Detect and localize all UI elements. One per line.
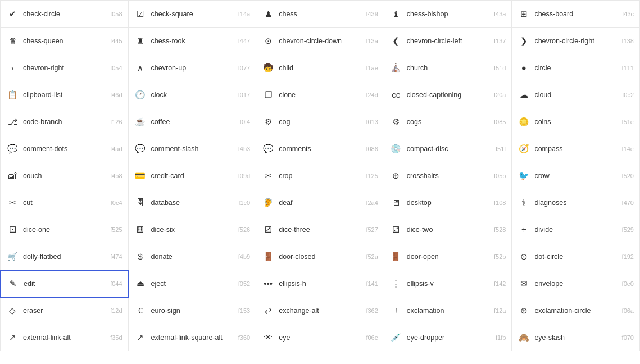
icon-label: chess-bishop xyxy=(407,10,489,18)
icon-cell-comment-slash[interactable]: 💬comment-slashf4b3 xyxy=(129,135,257,162)
euro-sign-icon: € xyxy=(134,306,147,315)
icon-cell-dice-two[interactable]: ⚁dice-twof528 xyxy=(384,216,512,243)
icon-cell-coins[interactable]: 🪙coinsf51e xyxy=(512,108,640,135)
icon-cell-credit-card[interactable]: 💳credit-cardf09d xyxy=(129,162,257,189)
icon-cell-chess-board[interactable]: ⊞chess-boardf43c xyxy=(512,1,640,28)
icon-cell-dice-one[interactable]: ⚀dice-onef525 xyxy=(1,216,129,243)
icon-cell-coffee[interactable]: ☕coffeef0f4 xyxy=(129,108,257,135)
icon-code: f013 xyxy=(366,119,378,125)
icon-cell-edit[interactable]: ✎editf044 xyxy=(0,270,129,298)
icon-cell-dot-circle[interactable]: ⊙dot-circlef192 xyxy=(512,243,640,270)
icon-cell-chess-queen[interactable]: ♛chess-queenf445 xyxy=(1,28,129,54)
icon-cell-chevron-up[interactable]: ∧chevron-upf077 xyxy=(129,54,257,81)
icon-cell-external-link-square-alt[interactable]: ↗external-link-square-altf360 xyxy=(129,324,257,351)
icon-code: f141 xyxy=(366,280,378,287)
comments-icon: 💬 xyxy=(262,144,274,154)
icon-cell-check-circle[interactable]: ✔check-circlef058 xyxy=(1,1,129,28)
icon-cell-chevron-circle-down[interactable]: ⊙chevron-circle-downf13a xyxy=(256,28,384,54)
comment-dots-icon: 💬 xyxy=(6,144,19,154)
icon-cell-door-closed[interactable]: 🚪door-closedf52a xyxy=(256,243,384,270)
icon-code: f51e xyxy=(622,119,634,125)
icon-cell-chevron-circle-left[interactable]: ❮chevron-circle-leftf137 xyxy=(384,28,512,54)
dice-two-icon: ⚁ xyxy=(390,225,402,235)
ellipsis-h-icon: ••• xyxy=(262,279,274,288)
icon-code: f017 xyxy=(238,92,250,98)
icon-cell-crow[interactable]: 🐦crowf520 xyxy=(512,162,640,189)
icon-cell-couch[interactable]: 🛋couchf4b8 xyxy=(1,162,129,189)
icon-cell-eject[interactable]: ⏏ejectf052 xyxy=(129,270,257,297)
icon-cell-chess-rook[interactable]: ♜chess-rookf447 xyxy=(129,28,257,54)
icon-cell-crop[interactable]: ✂cropf125 xyxy=(256,162,384,189)
icon-cell-exclamation[interactable]: !exclamationf12a xyxy=(384,297,512,324)
icon-cell-exchange-alt[interactable]: ⇄exchange-altf362 xyxy=(256,297,384,324)
icon-label: envelope xyxy=(534,280,617,288)
icon-cell-chevron-circle-right[interactable]: ❯chevron-circle-rightf138 xyxy=(512,28,640,54)
icon-code: f51f xyxy=(496,145,506,152)
icon-code: f126 xyxy=(110,119,122,125)
icon-cell-dice-three[interactable]: ⚂dice-threef527 xyxy=(256,216,384,243)
icon-cell-dice-six[interactable]: ⚅dice-sixf526 xyxy=(129,216,257,243)
icon-cell-database[interactable]: 🗄databasef1c0 xyxy=(129,189,257,216)
icon-cell-divide[interactable]: ÷dividef529 xyxy=(512,216,640,243)
icon-cell-closed-captioning[interactable]: ccclosed-captioningf20a xyxy=(384,81,512,108)
dice-three-icon: ⚂ xyxy=(262,225,274,235)
icon-cell-diagnoses[interactable]: ⚕diagnosesf470 xyxy=(512,189,640,216)
compass-icon: 🧭 xyxy=(518,144,530,154)
icon-code: f528 xyxy=(494,226,506,233)
icon-code: f4b9 xyxy=(238,253,250,260)
icon-cell-clock[interactable]: 🕐clockf017 xyxy=(129,81,257,108)
icon-cell-comment-dots[interactable]: 💬comment-dotsf4ad xyxy=(1,135,129,162)
icon-cell-desktop[interactable]: 🖥desktopf108 xyxy=(384,189,512,216)
edit-icon: ✎ xyxy=(7,279,19,289)
icon-cell-donate[interactable]: $donatef4b9 xyxy=(129,243,257,270)
icon-cell-church[interactable]: ⛪churchf51d xyxy=(384,54,512,81)
icon-cell-cogs[interactable]: ⚙cogsf085 xyxy=(384,108,512,135)
icon-cell-circle[interactable]: ●circlef111 xyxy=(512,54,640,81)
icon-cell-code-branch[interactable]: ⎇code-branchf126 xyxy=(1,108,129,135)
eye-icon: 👁 xyxy=(262,333,274,342)
icon-cell-chess-bishop[interactable]: ♝chess-bishopf43a xyxy=(384,1,512,28)
icon-code: f077 xyxy=(238,65,250,71)
icon-cell-eye-slash[interactable]: 🙈eye-slashf070 xyxy=(512,324,640,351)
icon-cell-compass[interactable]: 🧭compassf14e xyxy=(512,135,640,162)
icon-cell-eye[interactable]: 👁eyef06e xyxy=(256,324,384,351)
icon-code: f192 xyxy=(622,253,634,260)
icon-cell-child[interactable]: 🧒childf1ae xyxy=(256,54,384,81)
eye-slash-icon: 🙈 xyxy=(518,333,530,343)
icon-cell-cog[interactable]: ⚙cogf013 xyxy=(256,108,384,135)
icon-label: clipboard-list xyxy=(23,91,106,99)
envelope-icon: ✉ xyxy=(518,279,530,289)
icon-cell-clone[interactable]: ❐clonef24d xyxy=(256,81,384,108)
eject-icon: ⏏ xyxy=(134,279,147,289)
dice-six-icon: ⚅ xyxy=(134,225,147,235)
icon-cell-external-link-alt[interactable]: ↗external-link-altf35d xyxy=(1,324,129,351)
icon-cell-exclamation-circle[interactable]: ⊕exclamation-circlef06a xyxy=(512,297,640,324)
icon-label: chess-rook xyxy=(151,37,234,45)
icon-code: f14e xyxy=(622,145,634,152)
icon-code: f052 xyxy=(238,280,250,287)
icon-cell-eraser[interactable]: ◇eraserf12d xyxy=(1,297,129,324)
icon-cell-dolly-flatbed[interactable]: 🛒dolly-flatbedf474 xyxy=(1,243,129,270)
icon-label: cut xyxy=(23,199,106,207)
icon-label: circle xyxy=(534,64,617,72)
icon-cell-door-open[interactable]: 🚪door-openf52b xyxy=(384,243,512,270)
icon-cell-euro-sign[interactable]: €euro-signf153 xyxy=(129,297,257,324)
icon-cell-compact-disc[interactable]: 💿compact-discf51f xyxy=(384,135,512,162)
icon-cell-comments[interactable]: 💬commentsf086 xyxy=(256,135,384,162)
icon-label: check-square xyxy=(151,10,234,18)
icon-code: f044 xyxy=(110,280,122,287)
icon-cell-crosshairs[interactable]: ⊕crosshairsf05b xyxy=(384,162,512,189)
icon-cell-eye-dropper[interactable]: 💉eye-dropperf1fb xyxy=(384,324,512,351)
icon-cell-check-square[interactable]: ☑check-squaref14a xyxy=(129,1,257,28)
icon-cell-chevron-right[interactable]: ›chevron-rightf054 xyxy=(1,54,129,81)
icon-cell-ellipsis-v[interactable]: ⋮ellipsis-vf142 xyxy=(384,270,512,297)
icon-label: dolly-flatbed xyxy=(23,253,106,261)
icon-cell-chess[interactable]: ♟chessf439 xyxy=(256,1,384,28)
icon-cell-clipboard-list[interactable]: 📋clipboard-listf46d xyxy=(1,81,129,108)
icon-cell-cut[interactable]: ✂cutf0c4 xyxy=(1,189,129,216)
icon-cell-cloud[interactable]: ☁cloudf0c2 xyxy=(512,81,640,108)
icon-cell-deaf[interactable]: 🦻deaff2a4 xyxy=(256,189,384,216)
icon-cell-envelope[interactable]: ✉envelopef0e0 xyxy=(512,270,640,297)
icon-label: door-closed xyxy=(279,253,361,261)
icon-cell-ellipsis-h[interactable]: •••ellipsis-hf141 xyxy=(256,270,384,297)
